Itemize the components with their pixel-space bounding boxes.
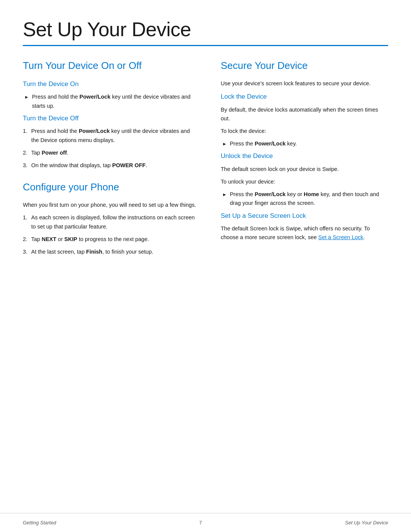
unlock-device-instruction: To unlock your device: [221,177,388,186]
set-screen-lock-link[interactable]: Set a Screen Lock [318,234,363,240]
secure-heading: Secure Your Device [221,60,388,72]
unlock-device-subheading: Unlock the Device [221,151,388,161]
configure-step-3-content: At the last screen, tap Finish, to finis… [31,248,198,256]
left-column: Turn Your Device On or Off Turn the Devi… [23,60,198,502]
turn-off-step-2: 2. Tap Power off. [23,149,198,157]
unlock-device-subsection: Unlock the Device The default screen loc… [221,151,388,208]
turn-off-subheading: Turn the Device Off [23,113,198,123]
lock-device-subheading: Lock the Device [221,92,388,102]
unlock-device-bullet-text: Press the Power/Lock key or Home key, an… [230,190,388,208]
lock-device-instruction: To lock the device: [221,127,388,136]
turn-off-step-3: 3. On the window that displays, tap POWE… [23,161,198,170]
step-2-content: Tap Power off. [31,149,198,157]
configure-heading: Configure your Phone [23,181,198,193]
configure-step-2-content: Tap NEXT or SKIP to progress to the next… [31,235,198,244]
step-3-content: On the window that displays, tap POWER O… [31,161,198,170]
configure-intro: When you first turn on your phone, you w… [23,201,198,209]
configure-step-3: 3. At the last screen, tap Finish, to fi… [23,248,198,256]
configure-step-number-2: 2. [23,235,31,244]
page-container: Set Up Your Device Turn Your Device On o… [0,0,411,532]
step-number-3: 3. [23,161,31,170]
step-number-1: 1. [23,127,31,136]
configure-step-1-content: As each screen is displayed, follow the … [31,213,198,231]
unlock-device-description: The default screen lock on your device i… [221,165,388,174]
secure-screen-lock-description: The default Screen lock is Swipe, which … [221,224,388,242]
page-title: Set Up Your Device [23,18,388,41]
bullet-arrow-icon: ► [24,94,29,101]
right-column: Secure Your Device Use your device’s scr… [221,60,388,502]
lock-device-bullet: ► Press the Power/Lock key. [221,139,388,148]
page-footer: Getting Started 7 Set Up Your Device [0,513,411,532]
lock-device-description: By default, the device locks automatical… [221,105,388,123]
turn-on-subheading: Turn the Device On [23,79,198,89]
turn-on-bullet: ► Press and hold the Power/Lock key unti… [23,93,198,110]
footer-page-number: 7 [199,519,202,527]
turn-on-off-heading: Turn Your Device On or Off [23,60,198,72]
unlock-device-bullet: ► Press the Power/Lock key or Home key, … [221,190,388,208]
turn-off-step-1: 1. Press and hold the Power/Lock key unt… [23,127,198,144]
turn-off-subsection: Turn the Device Off 1. Press and hold th… [23,113,198,170]
turn-on-subsection: Turn the Device On ► Press and hold the … [23,79,198,110]
lock-device-bullet-text: Press the Power/Lock key. [230,139,297,148]
configure-step-number-3: 3. [23,248,31,256]
configure-step-number-1: 1. [23,213,31,222]
two-column-layout: Turn Your Device On or Off Turn the Devi… [23,60,388,502]
secure-screen-lock-text-suffix: . [363,234,365,240]
footer-right: Set Up Your Device [345,519,388,527]
secure-screen-lock-subheading: Set Up a Secure Screen Lock [221,211,388,221]
step-1-content: Press and hold the Power/Lock key until … [31,127,198,144]
lock-bullet-arrow-icon: ► [222,141,227,147]
lock-device-subsection: Lock the Device By default, the device l… [221,92,388,148]
unlock-bullet-arrow-icon: ► [222,191,227,198]
secure-screen-lock-subsection: Set Up a Secure Screen Lock The default … [221,211,388,242]
turn-on-off-section: Turn Your Device On or Off Turn the Devi… [23,60,198,170]
secure-intro: Use your device’s screen lock features t… [221,79,388,88]
step-number-2: 2. [23,149,31,157]
turn-on-bullet-text: Press and hold the Power/Lock key until … [32,93,198,110]
configure-step-2: 2. Tap NEXT or SKIP to progress to the n… [23,235,198,244]
footer-left: Getting Started [23,519,56,527]
title-divider [23,45,388,46]
configure-section: Configure your Phone When you first turn… [23,181,198,256]
configure-step-1: 1. As each screen is displayed, follow t… [23,213,198,231]
